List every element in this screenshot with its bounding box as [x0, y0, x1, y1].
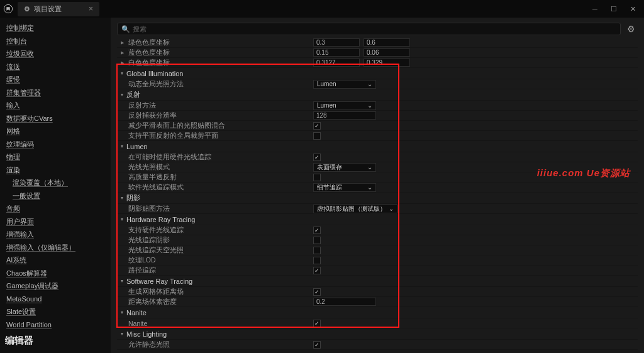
property-row: 路径追踪✓: [117, 266, 638, 276]
title-bar: ⚙ 项目设置 × ─ ☐ ✕: [0, 0, 644, 18]
sidebar-item[interactable]: 群集管理器: [5, 86, 106, 99]
sidebar-item[interactable]: 控制台: [5, 35, 106, 48]
checkbox[interactable]: ✓: [313, 227, 321, 234]
sidebar-item[interactable]: 渲染覆盖（本地）: [5, 176, 106, 189]
number-input[interactable]: 0.06: [364, 48, 410, 57]
search-input[interactable]: 🔍 搜索: [117, 23, 621, 35]
section-header[interactable]: Misc Lighting: [117, 328, 638, 340]
checkbox[interactable]: [313, 174, 321, 181]
sidebar-item[interactable]: 缓慢: [5, 73, 106, 86]
sidebar-item[interactable]: 增强输入: [5, 228, 106, 241]
checkbox[interactable]: ✓: [313, 341, 321, 349]
section-header[interactable]: 反射: [117, 89, 638, 101]
dropdown[interactable]: 细节追踪: [313, 183, 376, 192]
search-placeholder: 搜索: [133, 25, 147, 34]
checkbox[interactable]: ✓: [313, 320, 321, 327]
checkbox[interactable]: [313, 237, 321, 244]
number-input[interactable]: 0.2: [313, 298, 376, 306]
sidebar-item[interactable]: 输入: [5, 99, 106, 112]
unreal-logo-icon: [3, 3, 14, 14]
checkbox[interactable]: [313, 257, 321, 264]
number-input[interactable]: 0.15: [313, 48, 360, 57]
sidebar-item[interactable]: MetaSound: [5, 293, 106, 306]
number-input[interactable]: 0.3127: [313, 59, 360, 67]
property-label: 距离场体素密度: [117, 298, 313, 306]
tab-project-settings[interactable]: ⚙ 项目设置 ×: [18, 2, 99, 16]
property-label: 反射捕获分辨率: [117, 111, 313, 120]
property-label: 路径追踪: [117, 266, 313, 275]
property-label: 在可能时使用硬件光线追踪: [117, 153, 313, 162]
property-label: 动态全局光照方法: [117, 80, 313, 89]
search-icon: 🔍: [121, 25, 130, 33]
dropdown[interactable]: Lumen: [313, 101, 376, 110]
section-header[interactable]: Software Ray Tracing: [117, 276, 638, 287]
section-header[interactable]: Global Illumination: [117, 68, 638, 79]
number-input[interactable]: 0.6: [364, 38, 410, 47]
property-row: 光线光照模式表面缓存: [117, 162, 638, 172]
sidebar-item[interactable]: 2D: [5, 349, 106, 353]
property-row: Nanite✓: [117, 318, 638, 328]
section-header[interactable]: Lumen: [117, 141, 638, 152]
property-row: 软件光线追踪模式细节追踪: [117, 182, 638, 193]
property-row: 高质量半透反射: [117, 172, 638, 182]
sidebar-item[interactable]: Chaos解算器: [5, 267, 106, 280]
property-row: 支持硬件光线追踪✓: [117, 225, 638, 235]
section-header[interactable]: 阴影: [117, 193, 638, 204]
sidebar-item[interactable]: 增强输入（仅编辑器）: [5, 241, 106, 254]
sidebar-item[interactable]: 数据驱动CVars: [5, 112, 106, 125]
sidebar-item[interactable]: 网格: [5, 125, 106, 138]
section-header[interactable]: Nanite: [117, 307, 638, 318]
close-icon[interactable]: ×: [89, 4, 93, 13]
sidebar-item[interactable]: Gameplay调试器: [5, 279, 106, 293]
checkbox[interactable]: ✓: [313, 122, 321, 130]
property-label: 减少平滑表面上的光照贴图混合: [117, 121, 313, 130]
property-label: 支持平面反射的全局裁剪平面: [117, 132, 313, 140]
number-input[interactable]: 0.329: [364, 59, 410, 67]
property-label: 生成网格体距离场: [117, 288, 313, 296]
checkbox[interactable]: ✓: [313, 154, 321, 161]
property-row: 蓝色色度坐标0.150.06: [117, 48, 638, 58]
property-label: 纹理LOD: [117, 256, 313, 265]
sidebar-item[interactable]: 渲染: [5, 164, 106, 177]
property-row: 在可能时使用硬件光线追踪✓: [117, 152, 638, 162]
checkbox[interactable]: [313, 247, 321, 254]
property-row: 纹理LOD: [117, 255, 638, 266]
number-input[interactable]: 0.3: [313, 38, 360, 47]
close-button[interactable]: ✕: [624, 3, 641, 15]
sidebar-item[interactable]: 物理: [5, 150, 106, 164]
settings-panel: 绿色色度坐标0.30.6蓝色色度坐标0.150.06白色色度坐标0.31270.…: [117, 38, 638, 353]
sidebar-item[interactable]: 流送: [5, 60, 106, 74]
dropdown[interactable]: 表面缓存: [313, 163, 376, 172]
sidebar-item[interactable]: 音频: [5, 202, 106, 215]
sidebar-item[interactable]: 一般设置: [5, 189, 106, 203]
section-header[interactable]: Hardware Ray Tracing: [117, 214, 638, 225]
property-label: 软件光线追踪模式: [117, 183, 313, 192]
minimize-button[interactable]: ─: [586, 3, 604, 15]
sidebar-item[interactable]: 用户界面: [5, 215, 106, 228]
property-row: 绿色色度坐标0.30.6: [117, 38, 638, 48]
property-row: 光线追踪天空光照: [117, 245, 638, 255]
property-row: 生成网格体距离场✓: [117, 287, 638, 297]
property-row: 反射方法Lumen: [117, 101, 638, 111]
property-label: 光线光照模式: [117, 163, 313, 172]
gear-icon[interactable]: ⚙: [625, 24, 638, 34]
sidebar-item[interactable]: World Partition: [5, 318, 106, 332]
maximize-button[interactable]: ☐: [605, 3, 623, 15]
property-label: 反射方法: [117, 101, 313, 110]
sidebar-item[interactable]: Slate设置: [5, 305, 106, 318]
property-row: 光线追踪阴影: [117, 235, 638, 245]
sidebar-item[interactable]: AI系统: [5, 254, 106, 267]
property-label: 阴影贴图方法: [117, 205, 313, 213]
checkbox[interactable]: ✓: [313, 288, 321, 296]
sidebar-item[interactable]: 纹理编码: [5, 138, 106, 151]
property-label: 允许静态光照: [117, 340, 313, 349]
checkbox[interactable]: [313, 132, 321, 140]
dropdown[interactable]: Lumen: [313, 80, 376, 89]
number-input[interactable]: 128: [313, 111, 376, 120]
checkbox[interactable]: ✓: [313, 267, 321, 274]
dropdown[interactable]: 虚拟阴影贴图（测试版）: [313, 205, 397, 213]
sidebar-item[interactable]: 垃圾回收: [5, 47, 106, 60]
property-label: 蓝色色度坐标: [117, 48, 313, 57]
sidebar-item[interactable]: 控制绑定: [5, 21, 106, 35]
sidebar: 控制绑定控制台垃圾回收流送缓慢群集管理器输入数据驱动CVars网格纹理编码物理渲…: [0, 18, 111, 353]
